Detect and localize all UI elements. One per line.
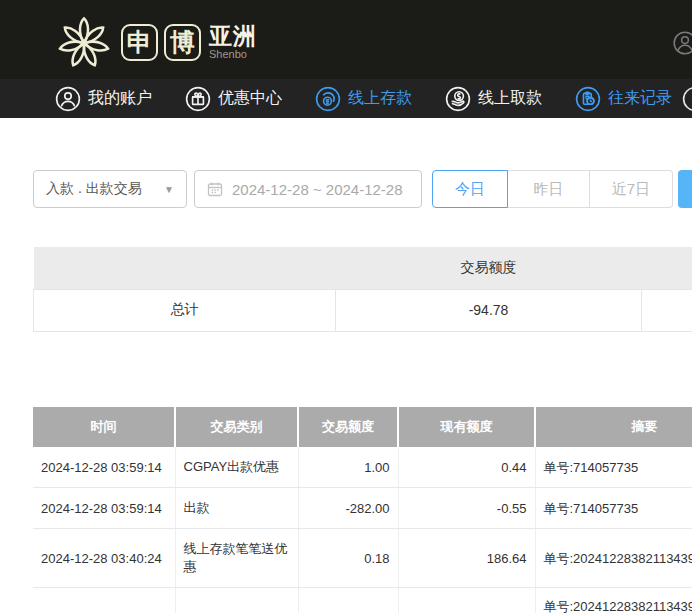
cell-amount: 1.00 [298, 447, 398, 488]
brand-region: 亚洲 [209, 24, 257, 48]
summary-header-row: 交易额度 [34, 247, 692, 289]
nav-label: 线上存款 [348, 88, 412, 109]
cell-time: 2024-12-28 03:59:14 [33, 488, 175, 529]
cell-balance: 186.46 [398, 588, 535, 613]
transaction-type-value: 入款 . 出款交易 [46, 180, 142, 198]
nav-label: 线上取款 [478, 88, 542, 109]
col-header-time: 时间 [33, 407, 175, 447]
nav-item-online-withdrawal[interactable]: 线上取款 [445, 86, 542, 112]
calendar-icon [207, 181, 223, 197]
table-row: 2024-12-28 03:40:24 线上存款 186.00 186.46 单… [33, 588, 692, 613]
nav-item-online-deposit[interactable]: 线上存款 [315, 86, 412, 112]
brand-logo[interactable]: 申 博 亚洲 Shenbo [53, 14, 257, 70]
cell-time: 2024-12-28 03:40:24 [33, 588, 175, 613]
nav-item-my-account[interactable]: 我的账户 [55, 86, 152, 112]
summary-header-empty [34, 247, 336, 289]
summary-total-value: -94.78 [336, 289, 642, 331]
cell-type: CGPAY出款优惠 [175, 447, 298, 488]
summary-total-row: 总计 -94.78 [34, 289, 692, 331]
date-range-input[interactable]: 2024-12-28 ~ 2024-12-28 [194, 170, 422, 208]
flower-logo-icon [53, 14, 115, 70]
transactions-table: 时间 交易类别 交易额度 现有额度 摘要 2024-12-28 03:59:14… [33, 407, 692, 613]
withdraw-icon [445, 86, 471, 112]
cell-balance: -0.55 [398, 488, 535, 529]
cell-type: 线上存款 [175, 588, 298, 613]
brand-char-1: 申 [121, 24, 158, 61]
transactions-header-row: 时间 交易类别 交易额度 现有额度 摘要 [33, 407, 692, 447]
summary-line: 单号:20241228382113439 [544, 599, 692, 613]
chevron-down-icon: ▼ [164, 184, 174, 195]
col-header-balance: 现有额度 [398, 407, 535, 447]
nav-item-transaction-records[interactable]: 往来记录 [575, 86, 672, 112]
records-icon [575, 86, 601, 112]
nav-item-promotions[interactable]: 优惠中心 [185, 86, 282, 112]
brand-char-2: 博 [164, 24, 201, 61]
yesterday-button[interactable]: 昨日 [508, 170, 590, 208]
table-row: 2024-12-28 03:59:14 CGPAY出款优惠 1.00 0.44 … [33, 447, 692, 488]
date-range-value: 2024-12-28 ~ 2024-12-28 [232, 181, 403, 198]
nav-label: 优惠中心 [218, 88, 282, 109]
cell-summary: 单号:714057735 [535, 488, 692, 529]
table-row: 2024-12-28 03:59:14 出款 -282.00 -0.55 单号:… [33, 488, 692, 529]
transaction-type-select[interactable]: 入款 . 出款交易 ▼ [33, 170, 187, 208]
table-row: 2024-12-28 03:40:24 线上存款笔笔送优惠 0.18 186.6… [33, 529, 692, 588]
cell-summary: 单号:714057735 [535, 447, 692, 488]
summary-line: 单号:714057735 [544, 501, 692, 516]
summary-header-amount: 交易额度 [336, 247, 642, 289]
brand-subtitle: Shenbo [209, 48, 257, 60]
cell-amount: 186.00 [298, 588, 398, 613]
deposit-icon [315, 86, 341, 112]
col-header-summary: 摘要 [535, 407, 692, 447]
summary-table: 交易额度 总计 -94.78 [33, 247, 692, 332]
cell-time: 2024-12-28 03:59:14 [33, 447, 175, 488]
summary-line: 单号:20241228382113439 [544, 551, 692, 566]
summary-total-label: 总计 [34, 289, 336, 331]
summary-header-empty [642, 247, 692, 289]
cell-time: 2024-12-28 03:40:24 [33, 529, 175, 588]
nav-label: 往来记录 [608, 88, 672, 109]
cell-balance: 0.44 [398, 447, 535, 488]
nav-label: 我的账户 [88, 88, 152, 109]
cell-amount: -282.00 [298, 488, 398, 529]
summary-total-empty [642, 289, 692, 331]
cell-type: 出款 [175, 488, 298, 529]
user-icon [55, 86, 81, 112]
summary-line: 单号:714057735 [544, 460, 692, 475]
cell-amount: 0.18 [298, 529, 398, 588]
cell-type: 线上存款笔笔送优惠 [175, 529, 298, 588]
top-brand-bar: 申 博 亚洲 Shenbo [0, 0, 692, 79]
search-button[interactable] [678, 170, 692, 208]
last7days-button[interactable]: 近7日 [590, 170, 673, 208]
today-button[interactable]: 今日 [432, 170, 508, 208]
quick-date-button-group: 今日 昨日 近7日 [432, 170, 673, 208]
main-nav: 我的账户 优惠中心 线上存款 线上取款 [0, 79, 692, 118]
cell-balance: 186.64 [398, 529, 535, 588]
col-header-amount: 交易额度 [298, 407, 398, 447]
cell-summary: 单号:20241228382113439 人民币(RMB): 186 [535, 588, 692, 613]
nav-item-cutoff-icon[interactable] [682, 86, 692, 112]
cell-summary: 单号:20241228382113439 [535, 529, 692, 588]
gift-icon [185, 86, 211, 112]
account-avatar-icon[interactable] [672, 30, 692, 56]
col-header-type: 交易类别 [175, 407, 298, 447]
